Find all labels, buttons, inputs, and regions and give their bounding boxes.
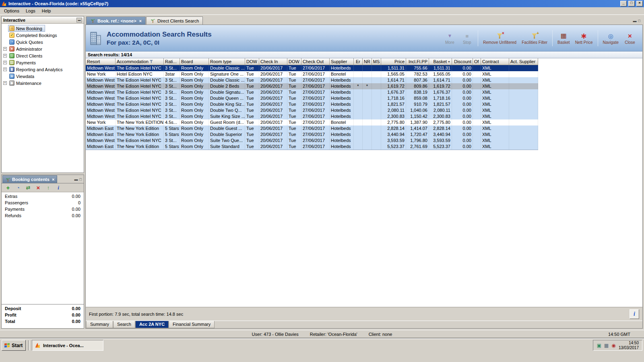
column-header-resort[interactable]: Resort (86, 58, 116, 65)
table-row[interactable]: Midtown WestThe Edison Hotel NYC3 St...R… (86, 101, 538, 107)
table-row[interactable]: Midtown WestThe Edison Hotel NYC3 St...R… (86, 107, 538, 113)
info-icon[interactable]: i (55, 185, 62, 191)
table-row[interactable]: Midtown EastThe New York Edition5 StarsR… (86, 132, 538, 138)
column-header-room-type[interactable]: Room type (209, 58, 245, 65)
table-row[interactable]: Midtown WestThe Edison Hotel NYC3 St...R… (86, 83, 538, 89)
tab-direct-clients-search[interactable]: Direct Clients Search (146, 16, 203, 25)
sidebar-item-payments[interactable]: +▤Payments (2, 59, 84, 66)
sidebar-item-administrator[interactable]: +♦Administrator (2, 45, 84, 52)
column-header-ms[interactable]: MS (372, 58, 381, 65)
bottom-tab-search[interactable]: Search (113, 321, 135, 328)
delete-icon[interactable]: × (35, 185, 41, 191)
add-icon[interactable]: + (5, 185, 11, 191)
column-header-of[interactable]: Of (473, 58, 481, 65)
panel-minimize-icon[interactable]: ▬ (76, 18, 82, 23)
table-cell: 3,440.94 (429, 132, 452, 138)
bottom-tab-acc-2a-nyc[interactable]: Acc 2A NYC (135, 321, 169, 328)
expander-icon[interactable]: + (3, 54, 7, 58)
column-header-dow[interactable]: DOW (287, 58, 301, 65)
start-button[interactable]: Start (2, 340, 26, 351)
table-cell: Tue (245, 144, 259, 150)
column-header-check-out[interactable]: Check Out (301, 58, 330, 65)
expander-icon[interactable]: + (3, 68, 7, 71)
tool-basket[interactable]: ▦Basket (555, 28, 572, 49)
booking-toolbar: +◔⇄×↑i (2, 183, 84, 192)
tabbar-minimize-icon[interactable]: ▬ (633, 19, 637, 23)
taskbar-task[interactable]: Interactive - Ocea... (32, 340, 103, 351)
tab-close-icon[interactable]: × (139, 19, 142, 23)
table-row[interactable]: Midtown EastThe New York Edition5 StarsR… (86, 144, 538, 150)
sidebar-item-direct-clients[interactable]: +☺Direct Clients (2, 52, 84, 59)
menu-help[interactable]: Help (39, 8, 54, 14)
table-row[interactable]: Midtown WestThe Edison Hotel NYC3 St...R… (86, 65, 538, 71)
column-header-nr[interactable]: NR (363, 58, 372, 65)
tool-facilities-filter[interactable]: +Facilities Filter (519, 28, 550, 49)
title-bar[interactable]: Interactive - Ocean-Florida (code: x55gC… (0, 0, 644, 7)
tool-remove-unfiltered[interactable]: ×Remove Unfiltered (481, 28, 519, 49)
close-button[interactable]: × (636, 1, 643, 6)
menu-options[interactable]: Options (1, 8, 23, 14)
tool-close[interactable]: ×Close (621, 28, 638, 49)
table-row[interactable]: Midtown WestThe Edison Hotel NYC3 St...R… (86, 89, 538, 95)
tabbar-restore-icon[interactable]: □ (638, 19, 640, 23)
column-header-basket[interactable]: Basket▼ (429, 58, 452, 65)
column-header-act-supplier[interactable]: Act. Supplier (509, 58, 538, 65)
column-header-price[interactable]: Price (381, 58, 406, 65)
table-cell: 27/06/2017 (301, 101, 330, 107)
info-button[interactable]: i (630, 309, 639, 319)
column-header-board[interactable]: Board (180, 58, 209, 65)
view-restore-icon[interactable]: □ (80, 177, 82, 181)
filter-icon[interactable] (149, 59, 153, 64)
column-header-dow[interactable]: DOW (245, 58, 259, 65)
column-header-accommodation[interactable]: Accommodation (116, 58, 164, 65)
display-icon[interactable]: ▦ (604, 343, 609, 348)
table-cell (509, 65, 538, 71)
column-header-incl-fl-pp[interactable]: Incl.Fl.PP (406, 58, 429, 65)
table-cell: 20/06/2017 (259, 138, 287, 144)
sidebar-item-quick-quotes[interactable]: ◔Quick Quotes (2, 39, 84, 45)
table-row[interactable]: Midtown WestThe Edison Hotel NYC3 St...R… (86, 77, 538, 83)
column-header-check-in[interactable]: Check In (259, 58, 287, 65)
sidebar-item-new-booking[interactable]: ☼New Booking (2, 25, 84, 32)
export-icon[interactable]: ↑ (45, 185, 52, 191)
table-cell: The New York EDITION (116, 119, 164, 125)
sidebar-item-maintenance[interactable]: +◆Maintenance (2, 80, 84, 86)
sidebar-item-completed-bookings[interactable]: ✓Completed Bookings (2, 32, 84, 39)
alert-icon[interactable]: ◉ (611, 343, 616, 348)
sidebar-item-viewdata[interactable]: ⊕Viewdata (2, 73, 84, 80)
expander-icon[interactable]: + (3, 81, 7, 85)
table-row[interactable]: New YorkHotel Edison NYC3starRoom OnlySi… (86, 71, 538, 77)
menu-logs[interactable]: Logs (23, 8, 39, 14)
tool-nett-price[interactable]: ∗Nett Price (573, 28, 595, 49)
sidebar-item-reporting-and-analytics[interactable]: +▮Reporting and Analytics (2, 66, 84, 73)
column-header-rati[interactable]: Rati... (164, 58, 180, 65)
table-row[interactable]: New YorkThe New York EDITION4.5s...Room … (86, 119, 538, 125)
booking-contents-tab[interactable]: Booking contents × (2, 175, 57, 183)
table-cell: Tue (287, 132, 301, 138)
network-icon[interactable]: ▣ (597, 343, 602, 348)
column-header-er[interactable]: Er (354, 58, 363, 65)
table-row[interactable]: Midtown WestThe Edison Hotel NYC3 St...R… (86, 113, 538, 119)
expander-icon[interactable]: + (3, 47, 7, 51)
column-header-contract[interactable]: Contract (481, 58, 509, 65)
table-cell: Room Only (180, 77, 209, 83)
tool-navigate[interactable]: ◎Navigate (601, 28, 621, 49)
tab-book-ref-none[interactable]: Book. ref.: <none>× (86, 16, 146, 25)
table-cell: Tue (245, 119, 259, 125)
bottom-tab-financial-summary[interactable]: Financial Summary (169, 321, 215, 328)
table-row[interactable]: Midtown EastThe New York Edition5 StarsR… (86, 125, 538, 132)
sidebar-item-highlight: ✓Completed Bookings (8, 32, 60, 39)
column-header-discount[interactable]: Discount (452, 58, 473, 65)
view-close-icon[interactable]: × (52, 177, 54, 182)
clock-icon[interactable]: ◔ (15, 185, 21, 191)
table-row[interactable]: Midtown WestThe Edison Hotel NYC3 St...R… (86, 138, 538, 144)
expander-icon[interactable]: + (3, 61, 7, 64)
table-row[interactable]: Midtown WestThe Edison Hotel NYC3 St...R… (86, 95, 538, 101)
maximize-button[interactable]: □ (628, 1, 635, 6)
view-minimize-icon[interactable]: ▬ (74, 177, 78, 181)
transfer-icon[interactable]: ⇄ (25, 185, 31, 191)
column-header-supplier[interactable]: Supplier (330, 58, 354, 65)
minimize-button[interactable]: _ (620, 1, 627, 6)
table-cell (509, 113, 538, 119)
bottom-tab-summary[interactable]: Summary (86, 321, 113, 328)
